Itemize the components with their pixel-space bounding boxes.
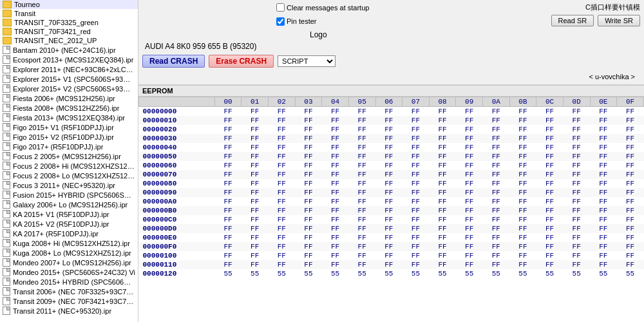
eeprom-cell: FF [375,161,402,170]
file-icon [3,229,10,238]
list-item[interactable]: Mondeo 2015+ (SPC5606S+24C32) Vi [0,267,138,277]
eeprom-cell: FF [563,107,590,117]
list-item[interactable]: Ecosport 2013+ (MC9S12XEQ384).ipr [0,55,138,64]
list-item[interactable]: Mondeo 2007+ Lo (MC9S12H256).ipr [0,258,138,267]
list-item[interactable]: Figo 2017+ (R5F10DPJJ).ipr [0,142,138,151]
eeprom-cell: FF [483,134,510,143]
eeprom-cell: FF [429,125,456,134]
list-item[interactable]: Focus 2 2005+ (MC9S12H256).ipr [0,151,138,161]
pin-tester-checkbox-wrap[interactable]: Pin tester [276,17,316,26]
eeprom-cell: FF [214,116,242,125]
eeprom-cell: FF [348,188,375,197]
eeprom-cell: FF [242,242,269,251]
list-item[interactable]: Transit 2011+ (NEC+95320).ipr [0,306,138,316]
list-item[interactable]: Fusion 2015+ HYBRID (SPC5606S+93C [0,190,138,200]
chinese-row: C插口样要针镇模 [585,3,640,12]
eeprom-cell: FF [214,197,242,206]
list-item[interactable]: Kuga 2008+ Hi (MC9S12XHZ512).ipr [0,238,138,248]
list-item[interactable]: KA 2015+ V2 (R5F10DPJJ).ipr [0,219,138,229]
eeprom-cell: FF [295,197,322,206]
list-item[interactable]: Figo 2015+ V2 (R5F10DPJJ).ipr [0,132,138,142]
eeprom-cell: FF [590,107,617,117]
eeprom-cell: FF [617,134,644,143]
eeprom-cell: FF [295,161,322,170]
write-sr-button[interactable]: Write SR [598,15,640,26]
eeprom-cell: 55 [348,269,375,278]
eeprom-cell: FF [536,161,564,170]
eeprom-cell: FF [617,242,644,251]
eeprom-label: EEPROM [138,86,644,97]
eeprom-address: 00000070 [139,170,215,179]
eeprom-cell: FF [402,233,430,242]
list-item[interactable]: Fiesta 2008+ (MC9S12HZ256).ipr [0,103,138,113]
erase-crash-button[interactable]: Erase CRASH [209,55,274,68]
list-item[interactable]: Tourneo [0,0,138,9]
eeprom-address: 00000040 [139,143,215,152]
list-item-text: Fiesta 2008+ (MC9S12HZ256).ipr [13,104,119,112]
eeprom-cell: FF [348,242,375,251]
eeprom-cell: FF [617,161,644,170]
list-item[interactable]: Focus 3 2011+ (NEC+95320).ipr [0,180,138,190]
eeprom-cell: FF [617,170,644,179]
list-item-text: TRANSIT_70F3421_red [14,28,91,35]
eeprom-cell: FF [402,215,430,224]
eeprom-cell: FF [348,134,375,143]
eeprom-cell: FF [402,260,430,269]
list-item[interactable]: Transit [0,9,138,18]
list-item-text: Tourneo [14,1,40,8]
eeprom-cell: 55 [295,269,322,278]
list-item[interactable]: KA 2015+ V1 (R5F10DPJJ).ipr [0,209,138,219]
list-item[interactable]: KA 2017+ (R5F10DPJJ).ipr [0,229,138,238]
list-item[interactable]: Focus 2 2008+ Hi (MC9S12XHZS12).ipr [0,161,138,171]
file-icon [3,258,10,267]
eeprom-cell: FF [348,116,375,125]
list-item[interactable]: Explorer 2015+ V2 (SPC5606S+93C86+ [0,84,138,93]
eeprom-cell: FF [509,197,536,206]
list-item[interactable]: Fiesta 2013+ (MC9S12XEQ384).ipr [0,113,138,122]
crash-row: Read CRASH Erase CRASH SCRIPT [142,55,640,68]
eeprom-cell: FF [375,251,402,260]
list-item-text: Fiesta 2006+ (MC9S12H256).ipr [13,95,115,102]
file-tree[interactable]: TourneoTransitTRANSIT_70F3325_greenTRANS… [0,0,138,322]
file-icon [3,200,10,209]
list-item[interactable]: TRANSIT_NEC_2012_UP [0,36,138,45]
list-item[interactable]: TRANSIT_70F3325_green [0,18,138,27]
eeprom-cell: FF [483,152,510,161]
clear-messages-checkbox[interactable] [276,3,285,12]
file-icon [3,210,10,218]
eeprom-table-wrap[interactable]: 000102030405060708090A0B0C0D0E0F 0000000… [138,97,644,322]
logo-label: Logo [310,30,327,39]
pin-tester-label: Pin tester [287,17,316,25]
eeprom-cell: FF [536,251,564,260]
pin-tester-checkbox[interactable] [276,17,285,26]
eeprom-cell: FF [483,161,510,170]
script-select[interactable]: SCRIPT [278,55,336,67]
list-item[interactable]: Focus 2 2008+ Lo (MC9S12XHZ512).ipr [0,171,138,180]
list-item[interactable]: Bantam 2010+ (NEC+24C16).ipr [0,45,138,55]
list-item[interactable]: Explorer 2011+ (NEC+93C86+2xLCD).i [0,64,138,74]
eeprom-cell: FF [214,170,242,179]
list-item[interactable]: Transit 2009+ (NEC 70F3421+93C76).i [0,296,138,306]
read-sr-button[interactable]: Read SR [551,15,594,26]
eeprom-cell: FF [617,206,644,215]
list-item[interactable]: Figo 2015+ V1 (R5F10DPJJ).ipr [0,122,138,132]
list-item-text: KA 2017+ (R5F10DPJJ).ipr [13,230,99,238]
list-item[interactable]: TRANSIT_70F3421_red [0,27,138,36]
read-crash-button[interactable]: Read CRASH [142,55,205,68]
eeprom-cell: FF [375,170,402,179]
eeprom-cell: FF [242,215,269,224]
list-item[interactable]: Transit 2006+ (NEC 70F3325+93C76).i [0,287,138,296]
eeprom-cell: FF [348,224,375,233]
clear-messages-checkbox-wrap[interactable]: Clear messages at startup [276,3,369,12]
eeprom-cell: FF [563,152,590,161]
list-item-text: Fiesta 2013+ (MC9S12XEQ384).ipr [13,114,125,122]
eeprom-cell: FF [509,206,536,215]
list-item[interactable]: Explorer 2015+ V1 (SPC5606S+93C86+ [0,74,138,84]
list-item[interactable]: Mondeo 2015+ HYBRID (SPC5606S+9 [0,277,138,287]
list-item[interactable]: Fiesta 2006+ (MC9S12H256).ipr [0,93,138,103]
list-item[interactable]: Galaxy 2006+ Lo (MC9S12H256).ipr [0,200,138,209]
eeprom-cell: FF [322,215,349,224]
eeprom-col-header: 09 [456,97,483,107]
eeprom-cell: FF [295,260,322,269]
list-item[interactable]: Kuga 2008+ Lo (MC9S12XHZ512).ipr [0,248,138,258]
